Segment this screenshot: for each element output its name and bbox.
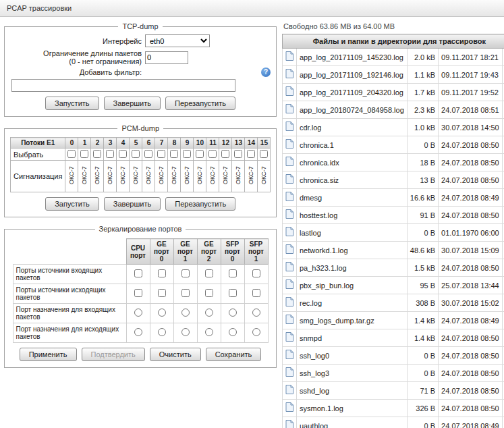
mirror-cell [126, 265, 150, 284]
free-space-text: Свободно 63.86 MB из 64.00 MB [283, 22, 504, 30]
e1-select-checkbox-5[interactable] [132, 150, 140, 158]
pcm-dump-legend: PCM-dump [117, 124, 163, 132]
file-date: 24.07.2018 08:51 [439, 101, 503, 119]
file-date: 24.07.2018 08:50 [439, 154, 503, 171]
e1-col-header-10: 10 [194, 138, 206, 149]
help-icon[interactable]: ? [261, 68, 271, 77]
mirror-save-button[interactable]: Сохранить [206, 348, 262, 361]
length-limit-input[interactable] [145, 51, 188, 64]
mirror-col-header-0: CPU порт [126, 239, 150, 265]
file-icon[interactable] [283, 329, 297, 347]
e1-select-checkbox-4[interactable] [119, 150, 127, 158]
mirror-row-label: Порты источники входящих пакетов [13, 265, 126, 284]
tcpdump-stop-button[interactable]: Завершить [104, 97, 161, 110]
file-icon[interactable] [283, 400, 297, 417]
file-icon[interactable] [283, 101, 297, 119]
e1-select-checkbox-2[interactable] [93, 150, 101, 158]
mirror-checkbox-0-2[interactable] [181, 269, 190, 277]
pcmdump-start-button[interactable]: Запустить [45, 197, 99, 211]
file-icon[interactable] [283, 136, 297, 154]
e1-select-checkbox-7[interactable] [157, 150, 165, 158]
mirror-radio-2-4[interactable] [229, 309, 237, 317]
file-size: 0 B [407, 365, 438, 382]
e1-select-checkbox-3[interactable] [106, 150, 114, 158]
file-date: 30.07.2018 14:50 [439, 119, 503, 136]
mirror-radio-2-0[interactable] [134, 309, 142, 317]
mirror-radio-3-3[interactable] [205, 328, 213, 336]
mirror-apply-button[interactable]: Применить [20, 348, 77, 361]
e1-select-checkbox-0[interactable] [67, 150, 76, 158]
file-size: 16.6 kB [407, 189, 438, 207]
e1-select-checkbox-11[interactable] [208, 150, 217, 158]
mirror-corner-cell [13, 239, 126, 265]
file-icon[interactable] [283, 119, 297, 136]
e1-select-checkbox-13[interactable] [234, 150, 242, 158]
e1-select-checkbox-1[interactable] [80, 150, 88, 158]
mirror-clear-button[interactable]: Очистить [150, 348, 201, 361]
mirror-confirm-button: Подтвердить [82, 348, 145, 361]
files-table: Файлы и папки в директории для трассиров… [282, 34, 504, 428]
mirror-cell [173, 265, 197, 284]
e1-signaling-cell: ОКС-7 [181, 161, 194, 192]
file-icon[interactable] [283, 171, 297, 189]
file-icon[interactable] [283, 382, 297, 400]
file-row: rec.log308 B30.07.2018 15:02 [283, 294, 504, 312]
mirror-radio-3-4[interactable] [229, 328, 237, 336]
mirror-radio-3-5[interactable] [252, 328, 260, 336]
mirror-checkbox-1-2[interactable] [181, 289, 190, 297]
file-icon[interactable] [283, 294, 297, 312]
e1-select-cell [104, 149, 117, 161]
filter-input[interactable] [11, 79, 235, 92]
file-icon[interactable] [283, 417, 297, 428]
file-icon[interactable] [283, 66, 297, 84]
file-icon[interactable] [283, 224, 297, 242]
mirror-checkbox-0-1[interactable] [158, 269, 166, 277]
mirror-checkbox-1-3[interactable] [205, 289, 213, 297]
mirror-radio-3-1[interactable] [158, 328, 166, 336]
e1-select-checkbox-10[interactable] [196, 150, 204, 158]
file-size: 1.4 kB [407, 312, 438, 329]
file-icon[interactable] [283, 347, 297, 365]
mirror-radio-2-1[interactable] [158, 309, 166, 317]
tcpdump-restart-button[interactable]: Перезапустить [165, 97, 235, 110]
e1-select-checkbox-12[interactable] [221, 150, 229, 158]
mirror-radio-2-3[interactable] [205, 309, 213, 317]
tcp-dump-legend: TCP-dump [118, 22, 162, 30]
interface-select[interactable]: eth0 [145, 34, 210, 47]
pcmdump-restart-button[interactable]: Перезапустить [165, 197, 235, 211]
file-icon[interactable] [283, 49, 297, 66]
mirror-radio-3-2[interactable] [181, 328, 190, 336]
file-icon[interactable] [283, 84, 297, 101]
mirror-checkbox-1-0[interactable] [134, 289, 142, 297]
e1-select-checkbox-8[interactable] [170, 150, 178, 158]
file-icon[interactable] [283, 277, 297, 294]
file-icon[interactable] [283, 312, 297, 329]
mirror-radio-3-0[interactable] [134, 328, 142, 336]
mirror-checkbox-1-1[interactable] [158, 289, 166, 297]
e1-select-checkbox-14[interactable] [247, 150, 255, 158]
tcpdump-start-button[interactable]: Запустить [45, 97, 99, 110]
file-icon[interactable] [283, 189, 297, 207]
file-icon[interactable] [283, 207, 297, 224]
file-icon[interactable] [283, 259, 297, 277]
mirror-radio-2-5[interactable] [252, 309, 260, 317]
e1-select-checkbox-15[interactable] [260, 150, 268, 158]
e1-select-cell [155, 149, 168, 161]
mirror-checkbox-0-3[interactable] [205, 269, 213, 277]
pcmdump-stop-button[interactable]: Завершить [104, 197, 161, 211]
e1-signaling-label: ОКС-7 [184, 163, 191, 188]
file-row: sysmon.1.log326 B24.07.2018 08:50 [283, 400, 504, 417]
e1-select-checkbox-6[interactable] [144, 150, 152, 158]
mirror-checkbox-1-4[interactable] [229, 289, 237, 297]
mirror-checkbox-0-0[interactable] [134, 269, 142, 277]
file-row: smg_logs_dump.tar.gz1.4 kB24.07.2018 08:… [283, 312, 504, 329]
file-icon[interactable] [283, 242, 297, 259]
mirror-cell [173, 323, 197, 343]
file-icon[interactable] [283, 365, 297, 382]
mirror-checkbox-0-5[interactable] [252, 269, 260, 277]
file-icon[interactable] [283, 154, 297, 171]
mirror-checkbox-0-4[interactable] [229, 269, 237, 277]
mirror-radio-2-2[interactable] [181, 309, 190, 317]
mirror-checkbox-1-5[interactable] [252, 289, 260, 297]
e1-select-checkbox-9[interactable] [183, 150, 191, 158]
